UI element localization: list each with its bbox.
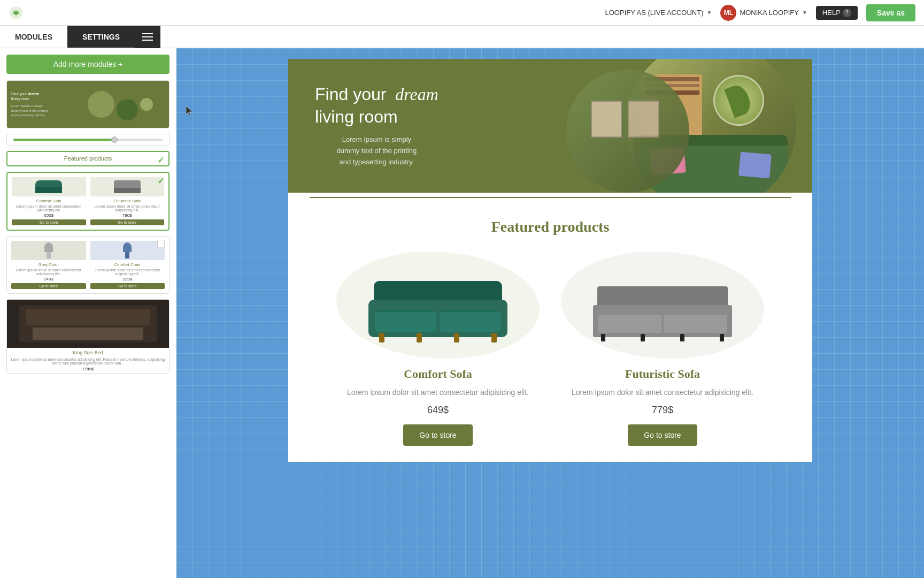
hamburger-menu-button[interactable]: [135, 26, 160, 48]
futuristic-sofa-btn[interactable]: Go to store: [628, 424, 697, 446]
futuristic-sofa-shape: [593, 273, 732, 337]
grey-chair-desc-mini: Lorem ipsum dolor sit amet consectetur a…: [11, 268, 86, 276]
slider-thumb[interactable]: [111, 136, 118, 143]
add-modules-button[interactable]: Add more modules +: [6, 55, 170, 74]
futuristic-sofa-btn-mini[interactable]: Go to store: [90, 219, 165, 225]
comfort-chair-desc-mini: Lorem ipsum dolor sit amet consectetur a…: [90, 268, 165, 276]
comfort-sofa-desc: Lorem ipsum dolor sit amet consectetur a…: [336, 386, 540, 398]
futuristic-sofa-img-wrapper: [561, 252, 764, 359]
comfort-sofa-btn[interactable]: Go to store: [403, 424, 472, 446]
grey-chair-name-mini: Grey Chair: [11, 262, 86, 267]
sidebar-module-bed[interactable]: King Size Bed Lorem ipsum dolor sit amet…: [6, 299, 170, 374]
comfort-sofa-name: Comfort Sofa: [336, 367, 540, 381]
topbar-left: [9, 5, 24, 20]
futuristic-sofa-name-mini: Futuristic Sofa: [90, 199, 165, 203]
chairs-module-checkbox: [157, 240, 165, 247]
banner-preview: Find your dream living room Lorem ipsum …: [7, 81, 169, 128]
comfort-sofa-btn-mini[interactable]: Go to store: [12, 219, 86, 225]
section-divider: [288, 193, 812, 202]
hero-circle-small: [713, 75, 764, 126]
sidebar-module-chairs[interactable]: Grey Chair Lorem ipsum dolor sit amet co…: [6, 236, 170, 294]
comfort-chair-name-mini: Comfort Chair: [90, 262, 165, 267]
sidebar-module-featured[interactable]: ✓ Featured products: [6, 151, 170, 166]
grey-chair-img-mini: [11, 241, 86, 260]
chairs-products-preview: Grey Chair Lorem ipsum dolor sit amet co…: [7, 237, 169, 293]
futuristic-sofa-img: [566, 257, 759, 353]
cursor-indicator: [186, 106, 195, 119]
canvas-area: Find your dream living room Lorem Ipsum …: [176, 48, 924, 578]
bed-img-mini: [7, 300, 169, 348]
hero-circle-top: [566, 70, 689, 193]
tab-modules[interactable]: MODULES: [0, 26, 67, 48]
user-label: MONIKA LOOPIFY: [740, 9, 799, 17]
products-grid: Comfort Sofa Lorem ipsum dolor sit amet …: [310, 252, 791, 446]
comfort-chair-img-mini: [90, 241, 165, 260]
nav-tabs: MODULES SETTINGS: [0, 26, 924, 48]
main-layout: Add more modules + Find your dream livin…: [0, 48, 924, 578]
comfort-sofa-price-mini: 650$: [12, 213, 86, 218]
hero-subtitle: Lorem Ipsum is simplydummy text of the p…: [315, 134, 438, 168]
account-selector[interactable]: LOOPIFY AS (LIVE ACCOUNT) ▼: [605, 9, 712, 17]
comfort-chair-price-mini: 229$: [90, 277, 165, 282]
hero-text: Find your dream living room Lorem Ipsum …: [315, 83, 438, 168]
divider-line: [310, 197, 791, 198]
hero-title: Find your dream living room: [315, 83, 438, 128]
sidebar: Add more modules + Find your dream livin…: [0, 48, 176, 578]
sofa-products-preview: Comfort Sofa Lorem ipsum dolor sit amet …: [7, 173, 168, 230]
comfort-sofa-img-wrapper: [336, 252, 540, 359]
comfort-sofa-img-mini: [12, 177, 86, 196]
save-as-button[interactable]: Save as: [866, 4, 915, 21]
chairs-products-row: Grey Chair Lorem ipsum dolor sit amet co…: [11, 241, 165, 289]
featured-products-label: Featured products: [7, 152, 168, 165]
sofa-products-row: Comfort Sofa Lorem ipsum dolor sit amet …: [12, 177, 164, 225]
user-info[interactable]: ML MONIKA LOOPIFY ▼: [720, 5, 807, 21]
account-chevron-icon: ▼: [707, 10, 712, 16]
futuristic-sofa-desc: Lorem ipsum dolor sit amet consectetur a…: [561, 386, 764, 398]
comfort-sofa-shape: [368, 273, 507, 337]
loopify-logo-icon: [9, 5, 24, 20]
banner-text-mini: Find your dream living room Lorem ipsum …: [11, 92, 48, 118]
bed-title: King Size Bed: [7, 348, 169, 358]
featured-products-title: Featured products: [310, 218, 791, 235]
avatar: ML: [720, 5, 736, 21]
hamburger-icon: [142, 33, 153, 41]
sidebar-module-sofa[interactable]: ✓ Comfort Sofa Lorem ipsum dolor sit ame…: [6, 172, 170, 231]
slider-fill: [13, 139, 118, 141]
sidebar-module-slider[interactable]: [6, 134, 170, 146]
comfort-chair-btn-mini[interactable]: Go to store: [90, 283, 165, 289]
futuristic-sofa-price-mini: 780$: [90, 213, 165, 218]
sofa-module-check-icon: ✓: [157, 176, 164, 186]
user-chevron-icon: ▼: [802, 10, 807, 16]
slider-track: [13, 139, 163, 141]
sidebar-module-banner[interactable]: Find your dream living room Lorem ipsum …: [6, 80, 170, 128]
comfort-sofa-price: 649$: [336, 405, 540, 416]
topbar: LOOPIFY AS (LIVE ACCOUNT) ▼ ML MONIKA LO…: [0, 0, 924, 26]
banner-circles-mini: [72, 81, 169, 128]
futuristic-sofa-name: Futuristic Sofa: [561, 367, 764, 381]
hero-banner: Find your dream living room Lorem Ipsum …: [288, 59, 812, 193]
hero-images: [625, 59, 796, 193]
canvas-content: Find your dream living room Lorem Ipsum …: [288, 59, 812, 462]
chair-card-comfort: Comfort Chair Lorem ipsum dolor sit amet…: [90, 241, 165, 289]
comfort-sofa-desc-mini: Lorem ipsum dolor sit amet consectetur a…: [12, 204, 86, 212]
product-card-futuristic-sofa: Futuristic Sofa Lorem ipsum dolor sit am…: [561, 252, 764, 446]
sofa-card-comfort: Comfort Sofa Lorem ipsum dolor sit amet …: [12, 177, 86, 225]
tab-settings[interactable]: SETTINGS: [67, 26, 135, 48]
grey-chair-price-mini: 149$: [11, 277, 86, 282]
topbar-right: LOOPIFY AS (LIVE ACCOUNT) ▼ ML MONIKA LO…: [605, 4, 915, 21]
comfort-sofa-name-mini: Comfort Sofa: [12, 199, 86, 203]
futuristic-sofa-price: 779$: [561, 405, 764, 416]
help-button[interactable]: HELP ?: [816, 6, 858, 20]
grey-chair-btn-mini[interactable]: Go to store: [11, 283, 86, 289]
bed-price: 1799$: [7, 365, 169, 373]
help-icon: ?: [843, 9, 851, 17]
account-label: LOOPIFY AS (LIVE ACCOUNT): [605, 9, 704, 17]
futuristic-sofa-desc-mini: Lorem ipsum dolor sit amet consectetur a…: [90, 204, 165, 212]
featured-section: Featured products: [288, 202, 812, 462]
bed-desc: Lorem ipsum dolor sit amet consectetur a…: [7, 358, 169, 365]
module-check-icon: ✓: [157, 155, 164, 165]
comfort-sofa-img: [342, 257, 534, 353]
futuristic-sofa-img-mini: [90, 177, 165, 196]
chair-card-grey: Grey Chair Lorem ipsum dolor sit amet co…: [11, 241, 86, 289]
sofa-card-futuristic: Futuristic Sofa Lorem ipsum dolor sit am…: [90, 177, 165, 225]
